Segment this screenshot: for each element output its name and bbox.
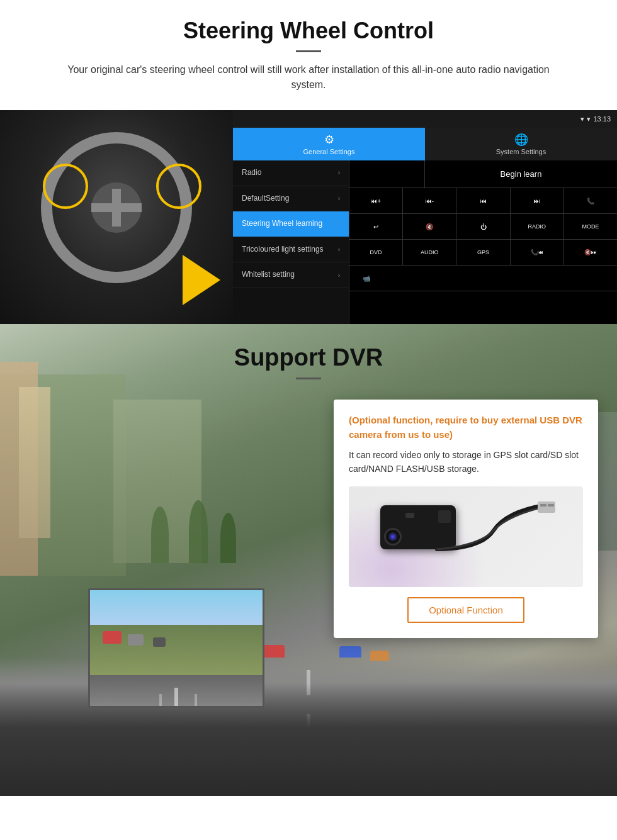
dvr-description: It can record video only to storage in G… <box>349 448 583 476</box>
menu-label-default: DefaultSetting <box>242 194 338 204</box>
control-row-1: ⏮+ ⏮- ⏮ ⏭ 📞 <box>349 188 617 214</box>
ctrl-radio[interactable]: RADIO <box>511 214 564 239</box>
ctrl-camera[interactable]: 📹 <box>349 266 383 291</box>
section1-title: Steering Wheel Control <box>25 18 592 44</box>
highlight-circle-right <box>156 164 201 209</box>
dvr-section: Support DVR (Optional function, require … <box>0 324 617 796</box>
menu-item-tricoloured[interactable]: Tricoloured light settings › <box>233 237 349 263</box>
steering-panel: ▾ ▾ 13:13 ⚙ General Settings 🌐 System Se… <box>0 110 617 324</box>
begin-learn-row: Begin learn <box>349 160 617 188</box>
ctrl-phone[interactable]: 📞 <box>564 188 617 213</box>
optional-function-label: Optional Function <box>429 605 503 615</box>
menu-item-steering[interactable]: Steering Wheel learning › <box>233 211 349 237</box>
ctrl-next[interactable]: ⏭ <box>511 188 564 213</box>
tab-general-settings[interactable]: ⚙ General Settings <box>233 128 425 160</box>
android-head-unit: ▾ ▾ 13:13 ⚙ General Settings 🌐 System Se… <box>233 110 617 324</box>
section1-header: Steering Wheel Control Your original car… <box>0 0 617 99</box>
ctrl-back[interactable]: ↩ <box>349 214 403 239</box>
svg-rect-2 <box>548 504 554 507</box>
control-row-4: 📹 <box>349 266 617 291</box>
optional-function-button[interactable]: Optional Function <box>407 597 524 623</box>
menu-item-default[interactable]: DefaultSetting › <box>233 186 349 212</box>
highlight-circle-left <box>43 164 88 209</box>
ctrl-gps[interactable]: GPS <box>456 240 510 265</box>
chevron-icon-whitelist: › <box>338 272 340 279</box>
ctrl-prev[interactable]: ⏮ <box>456 188 510 213</box>
menu-label-whitelist: Whitelist setting <box>242 270 338 280</box>
steering-wheel-section: Steering Wheel Control Your original car… <box>0 0 617 324</box>
arrow-pointer <box>183 255 220 305</box>
ctrl-mute-next[interactable]: 🔇⏭ <box>564 240 617 265</box>
menu-label-tricoloured: Tricoloured light settings <box>242 245 338 255</box>
ctrl-mute[interactable]: 🔇 <box>403 214 456 239</box>
usb-cable-svg <box>431 493 557 574</box>
dvr-header: Support DVR <box>0 324 617 389</box>
ctrl-vol-up[interactable]: ⏮+ <box>349 188 403 213</box>
content-area: Radio › DefaultSetting › Steering Wheel … <box>233 160 617 324</box>
status-time: 13:13 <box>593 115 611 123</box>
tab-system-settings[interactable]: 🌐 System Settings <box>425 128 617 160</box>
camera-body <box>380 505 456 549</box>
dvr-optional-text: (Optional function, require to buy exter… <box>349 413 583 442</box>
control-row-3: DVD AUDIO GPS 📞⏮ 🔇⏭ <box>349 240 617 266</box>
chevron-icon-radio: › <box>338 169 340 176</box>
system-icon: 🌐 <box>514 133 528 147</box>
svg-rect-1 <box>540 504 546 507</box>
left-menu: Radio › DefaultSetting › Steering Wheel … <box>233 160 349 324</box>
ctrl-audio[interactable]: AUDIO <box>403 240 456 265</box>
menu-item-radio[interactable]: Radio › <box>233 160 349 186</box>
begin-learn-spacer <box>349 160 425 188</box>
tab1-label: General Settings <box>303 148 355 155</box>
ctrl-dvd[interactable]: DVD <box>349 240 403 265</box>
settings-icon: ⚙ <box>324 133 334 147</box>
section1-description: Your original car's steering wheel contr… <box>50 62 567 92</box>
begin-learn-label: Begin learn <box>501 169 542 179</box>
tab2-label: System Settings <box>496 148 546 155</box>
tab-bar[interactable]: ⚙ General Settings 🌐 System Settings <box>233 128 617 160</box>
ctrl-vol-down[interactable]: ⏮- <box>403 188 456 213</box>
section1-divider <box>296 50 321 52</box>
menu-item-whitelist[interactable]: Whitelist setting › <box>233 262 349 288</box>
ctrl-mode[interactable]: MODE <box>564 214 617 239</box>
menu-label-steering: Steering Wheel learning <box>242 219 338 229</box>
signal-icon: ▾ <box>587 115 591 123</box>
wifi-icon: ▾ <box>580 115 584 123</box>
control-grid: ⏮+ ⏮- ⏮ ⏭ 📞 ↩ 🔇 ⏻ RADIO MODE <box>349 188 617 291</box>
dvr-info-box: (Optional function, require to buy exter… <box>334 400 598 638</box>
dashcam-preview <box>88 588 264 708</box>
menu-label-radio: Radio <box>242 168 338 178</box>
status-icons: ▾ ▾ 13:13 <box>580 115 611 123</box>
steering-wheel-photo <box>0 110 233 324</box>
ctrl-power[interactable]: ⏻ <box>456 214 510 239</box>
chevron-icon-steering: › <box>338 220 340 227</box>
dvr-title: Support DVR <box>0 344 617 371</box>
control-row-2: ↩ 🔇 ⏻ RADIO MODE <box>349 214 617 240</box>
status-bar: ▾ ▾ 13:13 <box>233 110 617 128</box>
right-panel: Begin learn ⏮+ ⏮- ⏮ ⏭ 📞 ↩ <box>349 160 617 324</box>
svg-rect-0 <box>538 501 555 513</box>
chevron-icon-tricoloured: › <box>338 246 340 253</box>
chevron-icon-default: › <box>338 195 340 202</box>
ctrl-phone-prev[interactable]: 📞⏮ <box>511 240 564 265</box>
begin-learn-button[interactable]: Begin learn <box>425 160 617 188</box>
dvr-camera-image <box>349 486 583 587</box>
dvr-divider <box>296 378 321 379</box>
